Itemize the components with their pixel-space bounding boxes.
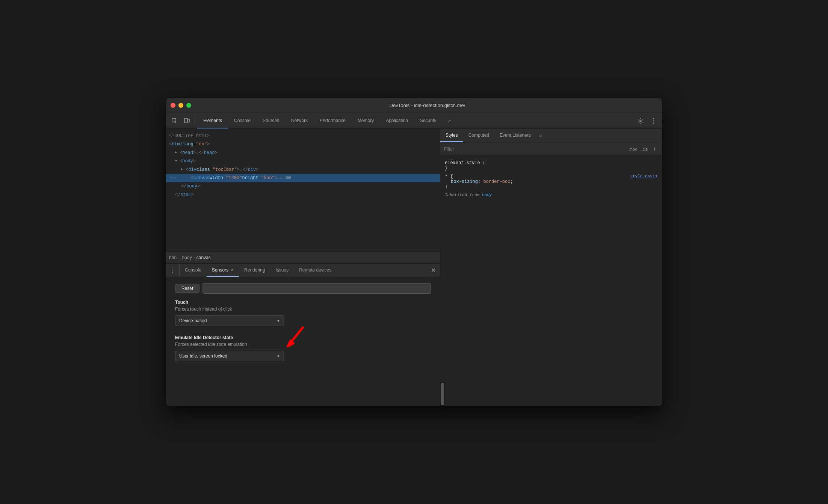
svg-point-5 bbox=[653, 120, 654, 121]
settings-button[interactable] bbox=[635, 115, 646, 127]
tree-body-close[interactable]: </body> bbox=[166, 182, 440, 190]
breadcrumb-canvas[interactable]: canvas bbox=[196, 255, 211, 260]
tab-network[interactable]: Network bbox=[285, 113, 314, 128]
main-toolbar: Elements Console Sources Network Perform… bbox=[166, 113, 662, 129]
tree-html-close[interactable]: </html> bbox=[166, 191, 440, 199]
title-bar: DevTools - idle-detection.glitch.me/ bbox=[166, 98, 662, 113]
svg-point-6 bbox=[653, 122, 654, 124]
box-sizing-prop: box-sizing: border-box; bbox=[445, 179, 657, 184]
styles-tab-more[interactable]: » bbox=[536, 129, 545, 142]
drawer-tab-sensors[interactable]: Sensors ✕ bbox=[207, 264, 239, 277]
inspect-element-button[interactable] bbox=[169, 115, 180, 127]
styles-tabs: Styles Computed Event Listeners » bbox=[440, 129, 662, 142]
touch-section: Touch Forces touch instead of click Devi… bbox=[175, 300, 431, 326]
styles-tab-styles[interactable]: Styles bbox=[440, 129, 463, 142]
filter-bar: :hov .cls + bbox=[440, 142, 662, 156]
devtools-window: DevTools - idle-detection.glitch.me/ Ele… bbox=[166, 98, 662, 406]
drawer-tab-issues[interactable]: Issues bbox=[270, 264, 294, 277]
reset-bar: Reset bbox=[175, 283, 431, 294]
main-content: <!DOCTYPE html> <html lang="en"> ▶ <head… bbox=[166, 129, 662, 406]
toolbar-right bbox=[635, 115, 659, 127]
svg-rect-0 bbox=[172, 118, 176, 122]
tree-div[interactable]: ▶ <div class="toolbar">…</div> bbox=[166, 166, 440, 174]
drawer-tabs-bar: ⋮ Console Sensors ✕ Rendering Issues bbox=[166, 264, 440, 277]
toolbar-tabs: Elements Console Sources Network Perform… bbox=[197, 113, 634, 128]
element-style-selector: element.style { bbox=[445, 160, 657, 166]
styles-tab-event-listeners[interactable]: Event Listeners bbox=[494, 129, 536, 142]
tree-doctype[interactable]: <!DOCTYPE html> bbox=[166, 132, 440, 140]
universal-rule: * { style.css:1 box-sizing: border-box; … bbox=[440, 172, 662, 191]
hov-button[interactable]: :hov bbox=[628, 146, 639, 152]
touch-desc: Forces touch instead of click bbox=[175, 306, 431, 312]
scroll-thumb[interactable] bbox=[441, 383, 444, 405]
touch-select[interactable]: Device-based Force enabled Force disable… bbox=[175, 315, 284, 326]
html-tree[interactable]: <!DOCTYPE html> <html lang="en"> ▶ <head… bbox=[166, 129, 440, 251]
breadcrumb: html › body › canvas bbox=[166, 251, 440, 263]
svg-point-4 bbox=[653, 118, 654, 119]
tab-memory[interactable]: Memory bbox=[352, 113, 380, 128]
reset-button[interactable]: Reset bbox=[175, 284, 199, 293]
close-button[interactable] bbox=[171, 103, 175, 108]
touch-select-wrapper: Device-based Force enabled Force disable… bbox=[175, 315, 284, 326]
svg-rect-1 bbox=[184, 118, 187, 123]
window-title: DevTools - idle-detection.glitch.me/ bbox=[197, 103, 657, 108]
tree-head[interactable]: ▶ <head>…</head> bbox=[166, 149, 440, 157]
drawer-content: Reset Touch Forces touch instead of clic… bbox=[166, 277, 440, 406]
idle-desc: Forces selected idle state emulation bbox=[175, 342, 431, 347]
drawer-tab-rendering[interactable]: Rendering bbox=[239, 264, 270, 277]
filter-actions: :hov .cls + bbox=[628, 145, 658, 153]
tree-html-open[interactable]: <html lang="en"> bbox=[166, 140, 440, 148]
style-source-link[interactable]: style.css:1 bbox=[630, 174, 657, 178]
more-menu-button[interactable] bbox=[648, 115, 659, 127]
drawer-tab-console[interactable]: Console bbox=[180, 264, 207, 277]
styles-filter-input[interactable] bbox=[444, 146, 625, 152]
universal-selector-line: * { style.css:1 bbox=[445, 174, 657, 179]
device-toolbar-button[interactable] bbox=[181, 115, 192, 127]
tab-security[interactable]: Security bbox=[414, 113, 442, 128]
sensors-tab-close[interactable]: ✕ bbox=[231, 268, 234, 272]
tab-elements[interactable]: Elements bbox=[197, 113, 228, 128]
traffic-lights bbox=[171, 103, 191, 108]
tree-body[interactable]: ▼ <body> bbox=[166, 157, 440, 165]
svg-rect-2 bbox=[188, 119, 189, 122]
tab-performance[interactable]: Performance bbox=[314, 113, 352, 128]
bottom-drawer: ⋮ Console Sensors ✕ Rendering Issues bbox=[166, 263, 440, 406]
idle-title: Emulate Idle Detector state bbox=[175, 335, 431, 340]
touch-title: Touch bbox=[175, 300, 431, 305]
breadcrumb-body[interactable]: body bbox=[182, 255, 192, 260]
element-style-rule: element.style { } bbox=[440, 159, 662, 172]
cls-button[interactable]: .cls bbox=[640, 146, 650, 152]
inherited-label: Inherited from body bbox=[440, 191, 662, 199]
reset-input bbox=[202, 283, 431, 294]
svg-point-3 bbox=[640, 120, 641, 122]
drawer-menu-icon[interactable]: ⋮ bbox=[166, 264, 180, 277]
right-panel: Styles Computed Event Listeners » :hov .… bbox=[440, 129, 662, 406]
tab-console[interactable]: Console bbox=[228, 113, 257, 128]
tree-canvas[interactable]: ··· <canvas width="1280" height="555"> =… bbox=[166, 174, 440, 182]
idle-select[interactable]: No idle emulation User active, screen un… bbox=[175, 351, 284, 361]
idle-section: Emulate Idle Detector state Forces selec… bbox=[175, 335, 431, 361]
styles-scrollbar[interactable] bbox=[440, 382, 445, 406]
idle-section-wrapper: Emulate Idle Detector state Forces selec… bbox=[175, 335, 431, 361]
element-style-close: } bbox=[445, 166, 657, 171]
drawer-tab-remote[interactable]: Remote devices bbox=[294, 264, 337, 277]
tab-sources[interactable]: Sources bbox=[257, 113, 285, 128]
left-panel: <!DOCTYPE html> <html lang="en"> ▶ <head… bbox=[166, 129, 440, 406]
styles-content: element.style { } * { style.css:1 box-si… bbox=[440, 156, 662, 382]
idle-select-wrapper: No idle emulation User active, screen un… bbox=[175, 351, 284, 361]
toolbar-separator bbox=[195, 116, 195, 125]
maximize-button[interactable] bbox=[186, 103, 191, 108]
styles-tab-computed[interactable]: Computed bbox=[463, 129, 494, 142]
breadcrumb-html[interactable]: html bbox=[169, 255, 178, 260]
drawer-close-button[interactable]: ✕ bbox=[426, 264, 440, 277]
tab-more[interactable]: » bbox=[442, 113, 457, 128]
minimize-button[interactable] bbox=[178, 103, 183, 108]
universal-close: } bbox=[445, 184, 657, 190]
add-style-button[interactable]: + bbox=[651, 145, 658, 153]
tab-application[interactable]: Application bbox=[380, 113, 414, 128]
